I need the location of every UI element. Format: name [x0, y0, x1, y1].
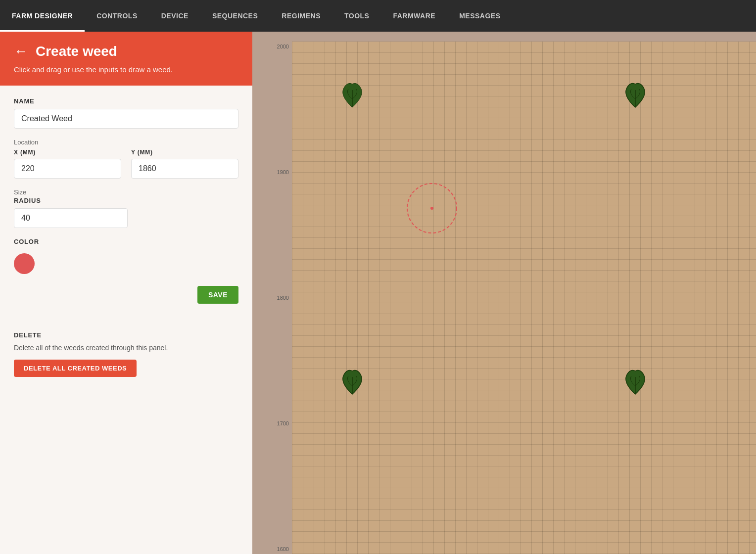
color-picker[interactable]	[14, 253, 35, 274]
location-label: Location	[14, 138, 238, 146]
name-field-group: NAME	[14, 97, 238, 129]
main-container: ← Create weed Click and drag or use the …	[0, 32, 756, 554]
y-label-1600: 1600	[267, 546, 292, 552]
y-label-1900: 1900	[267, 169, 292, 175]
radius-label: RADIUS	[14, 197, 238, 204]
svg-point-3	[430, 207, 433, 210]
location-field-group: Location X (MM) Y (MM)	[14, 138, 238, 179]
color-field-group: Color	[14, 238, 238, 276]
color-label: Color	[14, 238, 238, 245]
y-label: Y (MM)	[131, 149, 238, 156]
map-container: 2000 1900 1800 1700 1600	[252, 32, 756, 554]
farm-grid[interactable]	[292, 42, 756, 554]
x-field: X (MM)	[14, 149, 121, 179]
y-input[interactable]	[131, 159, 238, 179]
left-panel: ← Create weed Click and drag or use the …	[0, 32, 252, 554]
nav-regimens[interactable]: REGIMENS	[270, 0, 332, 32]
nav-farm-designer[interactable]: FARM DESIGNER	[0, 0, 85, 32]
nav-farmware[interactable]: FARMWARE	[381, 0, 447, 32]
weed-bottom-right	[622, 367, 648, 393]
map-inner: 2000 1900 1800 1700 1600	[267, 42, 756, 554]
weed-preview	[432, 208, 486, 265]
weed-bottom-left	[339, 367, 365, 393]
delete-section: DELETE Delete all of the weeds created t…	[14, 327, 238, 377]
nav-device[interactable]: DEVICE	[149, 0, 200, 32]
delete-desc: Delete all of the weeds created through …	[14, 344, 238, 352]
nav-messages[interactable]: MESSAGES	[447, 0, 512, 32]
size-field-group: Size RADIUS	[14, 188, 238, 228]
location-row: X (MM) Y (MM)	[14, 149, 238, 179]
weed-top-right	[622, 80, 648, 106]
y-axis: 2000 1900 1800 1700 1600	[267, 42, 292, 554]
delete-all-button[interactable]: DELETE ALL CREATED WEEDS	[14, 360, 137, 377]
x-input[interactable]	[14, 159, 121, 179]
panel-content: NAME Location X (MM) Y (MM)	[0, 86, 252, 554]
top-nav: FARM DESIGNER CONTROLS DEVICE SEQUENCES …	[0, 0, 756, 32]
nav-tools[interactable]: TOOLS	[332, 0, 381, 32]
size-label: Size	[14, 188, 238, 196]
save-button[interactable]: SAVE	[197, 286, 238, 304]
weed-top-left	[339, 80, 365, 106]
y-label-1700: 1700	[267, 420, 292, 426]
nav-sequences[interactable]: SEQUENCES	[200, 0, 270, 32]
name-label: NAME	[14, 97, 238, 105]
name-input[interactable]	[14, 109, 238, 129]
nav-controls[interactable]: CONTROLS	[85, 0, 149, 32]
y-label-1800: 1800	[267, 295, 292, 301]
back-button[interactable]: ←	[14, 45, 28, 58]
radius-input[interactable]	[14, 208, 128, 228]
panel-subtitle: Click and drag or use the inputs to draw…	[14, 65, 238, 74]
panel-title: Create weed	[36, 44, 117, 59]
save-row: SAVE	[14, 286, 238, 312]
y-field: Y (MM)	[131, 149, 238, 179]
delete-section-title: DELETE	[14, 331, 238, 339]
panel-header: ← Create weed Click and drag or use the …	[0, 32, 252, 86]
y-label-2000: 2000	[267, 44, 292, 49]
x-label: X (MM)	[14, 149, 121, 156]
